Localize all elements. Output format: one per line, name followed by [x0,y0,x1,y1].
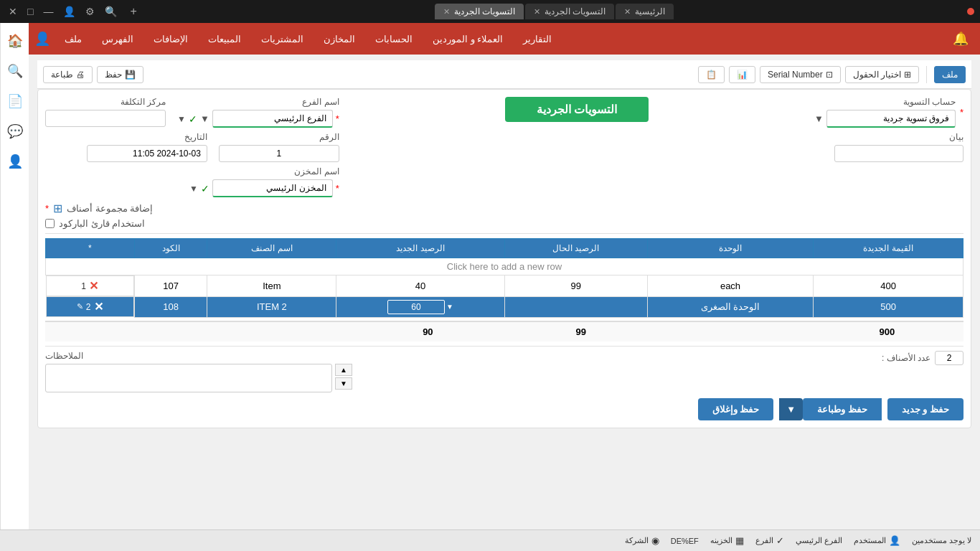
print-btn[interactable]: 🖨 طباعة [43,66,93,83]
tab-home-close[interactable]: ✕ [624,7,631,17]
toolbar-sep-1 [926,66,927,83]
barcode-checkbox[interactable] [45,219,55,228]
status-company: ◉ الشركة [625,535,659,546]
account-dropdown-arrow[interactable]: ▼ [814,113,824,124]
company-status-icon: ◉ [651,535,659,546]
row2-delete-btn[interactable]: ✕ [94,300,103,314]
nav-user-icon[interactable]: 👤 [32,28,53,50]
serial-label: Serial Number [768,70,823,80]
nav-sales[interactable]: المبيعات [199,29,250,49]
notes-textarea[interactable] [45,364,332,392]
checkboxes-area: إضافة مجموعة أصناف ⊞ * استخدام قارئ البا… [45,202,963,229]
sidebar-chat-icon[interactable]: 💬 [3,119,27,143]
cost-center-input[interactable] [45,110,166,127]
branch-check-icon[interactable]: ✓ [189,113,197,125]
total-spacer2 [246,326,303,337]
row2-dropdown-arrow[interactable]: ▼ [446,303,453,311]
save-new-btn[interactable]: حفظ و جديد [887,398,963,420]
nav-accounts[interactable]: الحسابات [367,29,421,49]
warehouse-status-icon: ▦ [735,535,744,546]
company-label: الشركة [625,536,649,545]
add-row-cell[interactable]: Click here to add a new row [46,258,963,276]
warehouse-input[interactable] [212,179,333,197]
branch-field-group: اسم الفرع * ▼ ✓ ▼ [177,97,339,128]
status-main-branch: الفرع الرئيسي [796,536,842,545]
search-icon[interactable]: 🔍 [102,4,120,19]
close-btn[interactable]: ✕ [6,4,20,19]
minimize-btn[interactable]: — [40,4,56,19]
barcode-row: استخدام قارئ الباركود [45,218,145,229]
warehouse-down-icon[interactable]: ▼ [189,184,198,194]
serial-icon: ⊡ [826,70,833,80]
number-field-group: الرقم [219,132,339,162]
notification-bell[interactable]: 🔔 [950,28,971,50]
branch-dropdown-arrow[interactable]: ▼ [200,113,209,124]
barcode-label: استخدام قارئ الباركود [59,218,145,229]
window-close-dot[interactable] [967,8,974,15]
save-btn[interactable]: 💾 حفظ [97,66,143,83]
row2-new-balance-cell: ▼ [336,296,504,317]
tab-inventory1[interactable]: التسويات الجردية ✕ [525,4,614,19]
nav-purchases[interactable]: المشتريات [253,29,312,49]
warehouse-check-icon[interactable]: ✓ [201,183,209,194]
add-group-label: إضافة مجموعة أصناف [67,203,153,214]
add-row: Click here to add a new row [46,258,963,276]
nav-warehouses[interactable]: المخازن [315,29,364,49]
save-disk-icon: 💾 [125,70,136,80]
row2-item-name: ITEM 2 [207,296,336,317]
row2-new-balance-input[interactable] [387,300,445,314]
row1-new-value: 400 [814,276,963,297]
branch-input[interactable] [212,110,333,128]
title-bar: الرئيسية ✕ التسويات الجردية ✕ التسويات ا… [0,0,980,23]
nav-additions[interactable]: الإضافات [145,29,197,49]
nav-file[interactable]: ملف [56,29,90,49]
save-print-dropdown[interactable]: ▼ [779,398,803,420]
tab-home[interactable]: الرئيسية ✕ [616,4,674,19]
main-branch-text: الفرع الرئيسي [796,536,842,545]
copy-icon: 📋 [706,70,717,80]
sidebar-search-icon[interactable]: 🔍 [3,59,27,83]
nav-index[interactable]: الفهرس [93,29,142,49]
account-label: حساب التسوية [814,97,956,107]
status-warehouse: ▦ الخزينه [710,535,744,546]
file-btn[interactable]: ملف [934,66,966,83]
tab-inventory2[interactable]: التسويات الجردية ✕ [435,4,524,19]
field-chooser-btn[interactable]: ⊞ اختيار الحقول [845,66,919,83]
account-row: * حساب التسوية ▼ [814,97,963,128]
notes-down-arrow[interactable]: ▼ [335,377,352,390]
branch-down-icon[interactable]: ▼ [177,114,186,124]
save-print-group: حفظ وطباعة ▼ [779,398,882,420]
row2-edit-icon[interactable]: ✎ [77,302,83,311]
maximize-btn[interactable]: □ [24,4,36,19]
sidebar-profile-icon[interactable]: 👤 [3,149,27,174]
notes-up-arrow[interactable]: ▲ [335,364,352,376]
tab-inventory1-close[interactable]: ✕ [534,7,540,17]
copy-btn[interactable]: 📋 [698,66,725,83]
no-users-text: لا يوجد مستخدمين [912,536,971,545]
currency-code: DE%EF [671,537,699,545]
data-input[interactable] [834,145,963,162]
nav-reports[interactable]: التقارير [514,29,560,49]
serial-number-btn[interactable]: ⊡ Serial Number [760,66,841,83]
sidebar-document-icon[interactable]: 📄 [3,89,27,113]
new-tab-button[interactable]: + [126,5,141,18]
export-btn[interactable]: 📊 [729,66,755,83]
row2-num: 2 [86,302,91,312]
user-label: المستخدم [854,536,886,545]
settings-icon[interactable]: ⚙ [83,4,98,19]
date-input[interactable] [87,145,207,162]
tab-inventory2-close[interactable]: ✕ [443,7,450,17]
account-input[interactable] [826,110,956,128]
table-row-active: 500 الوحدة الصغرى ▼ [46,296,963,317]
field-chooser-label: اختيار الحقول [853,70,901,80]
save-close-btn[interactable]: حفظ وإغلاق [698,398,774,420]
notes-section: الملاحظات ▲ ▼ [45,351,867,392]
number-input[interactable] [219,145,339,162]
user-icon[interactable]: 👤 [60,4,78,19]
add-group-icon[interactable]: ⊞ [53,202,62,215]
save-print-btn[interactable]: حفظ وطباعة [803,398,882,420]
date-label: التاريخ [87,132,207,142]
nav-clients[interactable]: العملاء و الموردين [424,29,512,49]
row1-num: 1 [81,281,86,291]
row1-delete-btn[interactable]: ✕ [89,279,98,293]
